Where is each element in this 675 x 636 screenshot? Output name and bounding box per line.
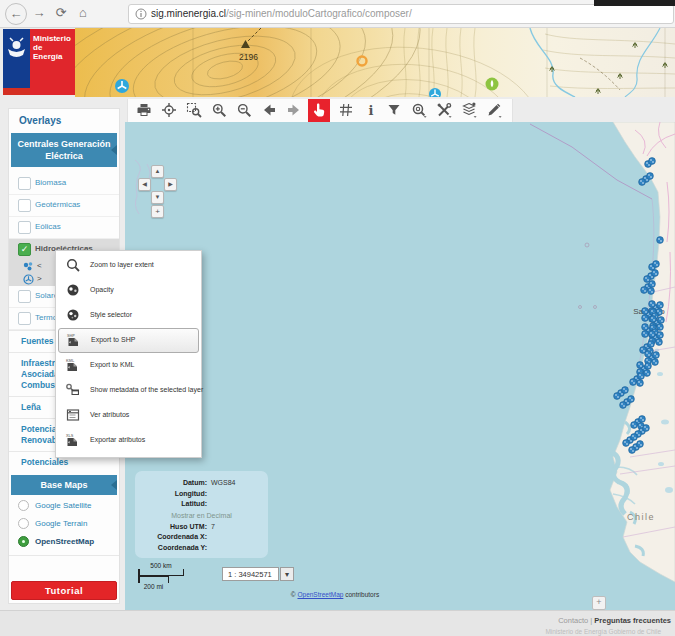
zoom-in-icon[interactable] [211,102,228,119]
browser-forward-icon[interactable]: → [29,3,49,23]
svg-text:KML: KML [66,359,75,363]
basemap-openstreetmap[interactable]: OpenStreetMap [9,533,119,551]
checkbox-icon[interactable] [18,221,31,234]
logo-flag-red-strip [3,88,30,95]
map-attribution: © OpenStreetMap contributors [255,591,415,598]
group-centrales[interactable]: Centrales Generación Eléctrica [11,133,117,167]
radio-icon[interactable] [18,518,29,529]
menu-zoom-to-layer-extent[interactable]: Zoom to layer extent [56,253,201,278]
print-icon[interactable] [136,102,153,119]
menu-exportar-atributos[interactable]: XLS Exportar atributos [56,428,201,453]
next-extent-icon[interactable] [286,102,303,119]
url-path: /sig-minen/moduloCartografico/composer/ [226,8,412,19]
hydro-marker-cluster[interactable] [657,237,664,244]
openstreetmap-link[interactable]: OpenStreetMap [297,591,343,598]
filter-icon[interactable] [386,102,403,119]
banner-terrain [75,28,675,97]
checkbox-icon[interactable] [18,290,31,303]
zoom-in-button[interactable]: + [151,205,164,218]
utm-zone-label: Huso UTM: [135,522,207,533]
utm-zone-value: 7 [211,523,215,530]
app-window: ← → ⟳ ⌂ sig.minenergia.cl/sig-minen/modu… [0,0,675,636]
menu-style-selector[interactable]: Style selector [56,303,201,328]
layers-icon[interactable] [461,102,478,119]
datum-value: WGS84 [211,479,236,486]
tools-icon[interactable] [436,102,453,119]
chile-label: Chile [627,512,655,522]
checkbox-icon[interactable] [18,177,31,190]
topographic-banner: 2196 [75,28,675,97]
checkbox-checked-icon[interactable]: ✓ [18,243,31,256]
longitude-label: Longitud: [135,489,207,500]
zoom-extent-icon[interactable] [161,102,178,119]
layer-row-biomasa[interactable]: Biomasa [9,173,119,195]
faq-link[interactable]: Preguntas frecuentes [594,616,671,625]
scale-mi-label: 200 mi [138,583,169,590]
svg-text:SHP: SHP [67,334,75,338]
window-titlebar-fragment [594,0,675,6]
scale-mi-line [138,576,169,583]
basemap-google-satellite[interactable]: Google Satellite [9,497,119,515]
pan-right-button[interactable]: ▶ [164,178,177,191]
identify-icon[interactable]: i [363,102,380,119]
legend-label: > [37,274,42,283]
site-info-icon[interactable] [135,8,147,20]
menu-ver-atributos[interactable]: Ver atributos [56,403,201,428]
checkbox-icon[interactable] [18,199,31,212]
group-base-maps[interactable]: Base Maps [11,475,117,495]
radio-icon[interactable] [18,500,29,511]
browser-home-icon[interactable]: ⌂ [73,3,93,23]
contact-link[interactable]: Contacto [558,616,588,625]
copyright-symbol: © [291,591,296,598]
latitude-label: Latitud: [135,499,207,510]
browser-reload-icon[interactable]: ⟳ [51,3,71,23]
pan-left-button[interactable]: ◀ [138,178,151,191]
menu-label: Export to KML [90,361,134,368]
footer-separator: | [590,616,592,625]
previous-extent-icon[interactable] [261,102,278,119]
draw-icon[interactable] [486,102,503,119]
pan-hand-icon[interactable] [308,99,330,122]
opacity-icon [65,282,81,298]
layer-label: Eólicas [35,222,61,231]
divider [9,555,119,556]
basemap-label: OpenStreetMap [35,537,94,546]
chevron-down-icon[interactable]: ▾ [280,567,294,581]
basemap-google-terrain[interactable]: Google Terrain [9,515,119,533]
tutorial-button[interactable]: Tutorial [11,581,117,600]
logo-red-panel: Ministerio de Energía [30,29,75,95]
show-decimal-link[interactable]: Mostrar en Decimal [135,510,268,522]
menu-show-metadata[interactable]: Show metadata of the selected layer [56,378,201,403]
datum-label: Datum: [135,478,207,489]
grid-icon[interactable] [338,102,355,119]
basemap-label: Google Satellite [35,501,91,510]
attribution-toggle-button[interactable]: + [592,596,606,610]
menu-export-to-shp[interactable]: SHP Export to SHP [58,328,199,353]
map-canvas[interactable]: Santiago Chile ▲ ◀ ▶ ▼ + Datum:WGS84 Lon… [125,122,675,610]
checkbox-icon[interactable] [18,312,31,325]
legend-label: < [37,261,42,270]
file-kml-icon: KML [65,357,81,373]
menu-label: Export to SHP [91,336,135,343]
menu-label: Show metadata of the selected layer [90,386,203,393]
pan-down-button[interactable]: ▼ [151,191,164,204]
zoom-selection-icon[interactable] [186,102,203,119]
map-toolbar: i [127,99,513,123]
zoom-out-icon[interactable] [236,102,253,119]
radio-selected-icon[interactable] [18,536,29,547]
url-text: sig.minenergia.cl/sig-minen/moduloCartog… [151,8,412,19]
layer-row-geotermicas[interactable]: Geotérmicas [9,195,119,217]
menu-opacity[interactable]: Opacity [56,278,201,303]
menu-export-to-kml[interactable]: KML Export to KML [56,353,201,378]
browser-toolbar: ← → ⟳ ⌂ sig.minenergia.cl/sig-minen/modu… [0,0,675,28]
magnifier-icon [65,257,81,273]
scale-value[interactable]: 1 : 34942571 [222,567,279,581]
query-icon[interactable] [411,102,428,119]
peak-elevation-label: 2196 [239,52,258,62]
hydro-turbine-icon [23,274,34,285]
pan-up-button[interactable]: ▲ [151,165,164,178]
url-bar[interactable]: sig.minenergia.cl/sig-minen/moduloCartog… [128,4,674,24]
layer-label: Biomasa [35,178,66,187]
browser-back-icon[interactable]: ← [5,3,27,25]
layer-row-eolicas[interactable]: Eólicas [9,217,119,239]
